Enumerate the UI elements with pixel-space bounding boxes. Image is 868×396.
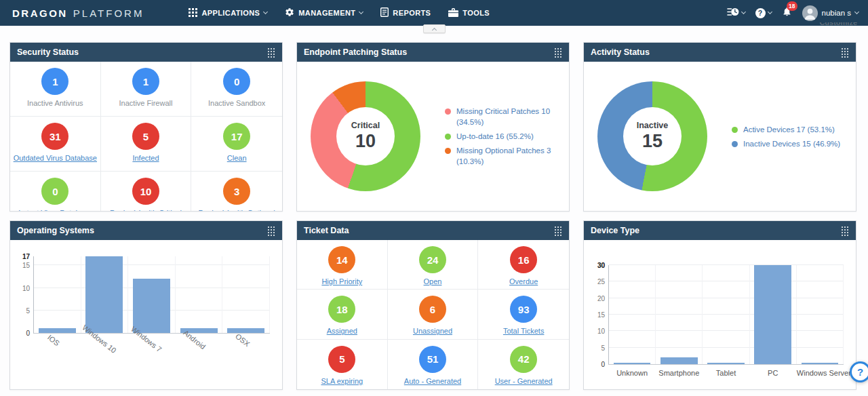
stat-link[interactable]: User - Generated: [495, 377, 553, 386]
stat-cell: 17Clean: [191, 117, 282, 172]
panel-ticket-data: Ticket Data 14High Priority24Open16Overd…: [296, 220, 570, 390]
stat-value-circle: 1: [41, 68, 68, 95]
legend-dot-icon: [445, 108, 451, 115]
panel-device-type: Device Type 05101520253030UnknownSmartph…: [583, 220, 856, 390]
menu-item-management[interactable]: MANAGEMENT: [285, 7, 363, 18]
stat-link[interactable]: Latest Virus Database Installed: [10, 209, 100, 212]
stat-link[interactable]: Clean: [227, 154, 247, 163]
bar: [85, 256, 123, 333]
bar-column: Smartphone: [656, 265, 703, 364]
bar-plot-area: 05101517IOSWindows 10Windows 7AndroidOSX: [33, 256, 270, 334]
legend-item[interactable]: Inactive Devices 15 (46.9%): [732, 138, 840, 149]
stat-value-circle: 5: [132, 123, 159, 150]
legend-dot-icon: [732, 127, 738, 133]
bar-column: Windows Server: [797, 265, 844, 364]
stat-cell: 0Latest Virus Database Installed: [10, 172, 101, 212]
stat-cell: 5Infected: [101, 117, 192, 172]
panel-title: Operating Systems: [17, 226, 94, 235]
menu-item-reports[interactable]: REPORTS: [380, 7, 431, 18]
help-icon: ?: [755, 8, 766, 18]
chevron-down-icon: [359, 9, 363, 14]
stat-link[interactable]: Total Tickets: [503, 327, 545, 336]
panel-activity-status: Activity Status Inactive15Active Devices…: [583, 42, 856, 212]
stat-value-circle: 16: [510, 246, 537, 273]
y-tick-label: 15: [597, 311, 605, 319]
stat-value-circle: 14: [328, 246, 355, 273]
menu-item-applications[interactable]: APPLICATIONS: [189, 8, 267, 18]
drag-handle-icon[interactable]: [554, 226, 562, 236]
stat-link[interactable]: Infected: [132, 154, 159, 163]
bar-column: PC: [750, 265, 797, 364]
legend-dot-icon: [445, 148, 451, 154]
stat-value-circle: 24: [419, 246, 446, 273]
drag-handle-icon[interactable]: [554, 47, 562, 58]
gear-icon: [285, 7, 294, 18]
x-tick-label: Unknown: [609, 369, 655, 377]
legend-item[interactable]: Missing Critical Patches 10 (34.5%): [445, 106, 564, 127]
menu-label: TOOLS: [462, 9, 490, 17]
chevron-down-icon: [263, 9, 268, 14]
activity-history-menu[interactable]: [727, 7, 745, 20]
donut-chart: Critical10: [311, 81, 420, 191]
x-tick-label: OSX: [234, 332, 252, 349]
chart-legend: Missing Critical Patches 10 (34.5%)Up-to…: [445, 102, 564, 170]
legend-item[interactable]: Up-to-date 16 (55.2%): [445, 131, 564, 142]
endpoint-patching-chart: Critical10Missing Critical Patches 10 (3…: [297, 62, 569, 211]
dashboard-grid: Security Status 1Inactive Antivirus1Inac…: [9, 42, 856, 390]
drag-handle-icon[interactable]: [841, 226, 849, 236]
drag-handle-icon[interactable]: [267, 226, 275, 236]
notification-badge: 18: [787, 1, 797, 11]
y-tick-label: 5: [26, 306, 30, 314]
y-tick-label: 10: [22, 284, 30, 292]
stat-cell: 14High Priority: [297, 240, 388, 290]
bar-column: Tablet: [703, 265, 749, 364]
help-menu[interactable]: ?: [755, 8, 772, 18]
bar-column: OSX: [222, 256, 270, 333]
bar: [227, 328, 264, 333]
customize-link[interactable]: Customize: [819, 22, 857, 30]
bar-column: Android: [176, 256, 223, 333]
bar-column: Unknown: [609, 265, 656, 364]
y-tick-label: 25: [597, 278, 605, 285]
panel-title: Endpoint Patching Status: [304, 47, 407, 57]
x-tick-label: Tablet: [703, 369, 749, 377]
user-menu[interactable]: nubian s: [802, 5, 859, 21]
stat-label: Inactive Sandbox: [208, 99, 265, 108]
stat-value-circle: 93: [510, 296, 537, 323]
notifications-button[interactable]: 18: [782, 6, 792, 20]
collapse-panel-button[interactable]: [423, 24, 446, 33]
legend-item[interactable]: Missing Optional Patches 3 (10.3%): [445, 145, 564, 167]
legend-item[interactable]: Active Devices 17 (53.1%): [732, 124, 840, 135]
stat-link[interactable]: Overdue: [509, 277, 538, 286]
briefcase-icon: [448, 8, 458, 18]
stat-link[interactable]: Unassigned: [413, 327, 452, 336]
donut-center-value: 15: [642, 131, 663, 152]
operating-systems-chart: 05101517IOSWindows 10Windows 7AndroidOSX: [10, 240, 282, 389]
drag-handle-icon[interactable]: [841, 47, 849, 58]
stat-link[interactable]: SLA expiring: [321, 377, 363, 386]
stat-link[interactable]: Assigned: [327, 327, 357, 336]
stat-link[interactable]: Device(s) with Optional Patches: [191, 209, 282, 212]
donut-center: Critical10: [336, 107, 395, 165]
stat-link[interactable]: High Priority: [321, 277, 362, 286]
drag-handle-icon[interactable]: [267, 47, 275, 58]
stat-link[interactable]: Device(s) with Critical Patch Available: [101, 209, 191, 212]
brand-logo[interactable]: DRAGON PLATFORM: [12, 7, 144, 19]
menu-item-tools[interactable]: TOOLS: [448, 8, 490, 18]
stat-link[interactable]: Auto - Generated: [404, 377, 461, 386]
stat-value-circle: 51: [419, 346, 446, 373]
donut-center-value: 10: [355, 131, 376, 152]
donut-center: Inactive15: [623, 107, 682, 165]
username: nubian s: [822, 9, 851, 17]
help-fab-button[interactable]: ?: [850, 361, 868, 382]
stat-value-circle: 6: [419, 296, 446, 323]
avatar: [802, 5, 818, 21]
bar: [802, 363, 839, 364]
stat-link[interactable]: Open: [424, 277, 442, 286]
report-icon: [380, 7, 389, 18]
x-tick-label: IOS: [46, 333, 61, 347]
panel-title: Activity Status: [591, 47, 650, 57]
apps-grid-icon: [189, 8, 197, 18]
stat-link[interactable]: Outdated Virus Database: [14, 154, 97, 163]
y-tick-label: 0: [601, 361, 605, 368]
